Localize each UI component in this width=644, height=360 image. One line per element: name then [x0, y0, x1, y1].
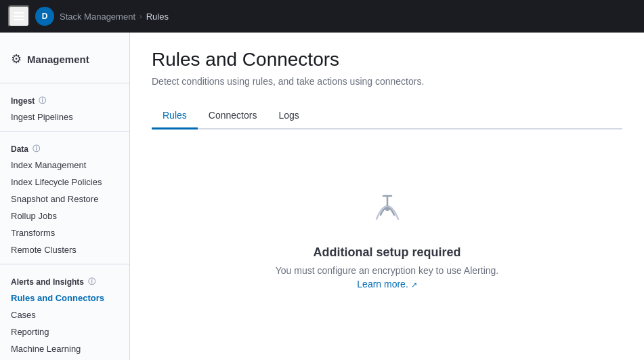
tab-rules[interactable]: Rules: [152, 103, 198, 129]
sidebar-section-ingest-label: Ingest: [11, 96, 35, 106]
sidebar-section-alerts: Alerts and Insights ⓘ: [0, 270, 129, 289]
sidebar-section-data: Data ⓘ: [0, 137, 129, 157]
ingest-info-icon: ⓘ: [39, 96, 46, 106]
breadcrumb-stack-management[interactable]: Stack Management: [60, 12, 135, 22]
sidebar-item-index-management[interactable]: Index Management: [0, 157, 129, 174]
sidebar-item-rollup-jobs[interactable]: Rollup Jobs: [0, 207, 129, 224]
page-title: Rules and Connectors: [152, 49, 622, 71]
sidebar-item-cases[interactable]: Cases: [0, 306, 129, 323]
data-info-icon: ⓘ: [33, 144, 40, 154]
page-subtitle: Detect conditions using rules, and take …: [152, 76, 622, 87]
sidebar-item-rules-connectors[interactable]: Rules and Connectors: [0, 289, 129, 306]
external-link-icon: ↗: [411, 281, 417, 289]
svg-rect-2: [14, 19, 24, 20]
tab-connectors[interactable]: Connectors: [198, 103, 268, 129]
learn-more-link[interactable]: Learn more. ↗: [357, 279, 416, 289]
sidebar-divider-1: [0, 131, 129, 132]
sidebar-item-ingest-pipelines[interactable]: Ingest Pipelines: [0, 108, 129, 125]
avatar[interactable]: D: [35, 7, 54, 26]
sidebar: ⚙ Management Ingest ⓘ Ingest Pipelines D…: [0, 33, 130, 360]
sidebar-divider-2: [0, 264, 129, 264]
sidebar-item-index-lifecycle[interactable]: Index Lifecycle Policies: [0, 174, 129, 191]
sidebar-item-reporting[interactable]: Reporting: [0, 323, 129, 340]
sidebar-section-ingest: Ingest ⓘ: [0, 89, 129, 108]
svg-rect-1: [14, 16, 24, 17]
alerts-info-icon: ⓘ: [88, 277, 95, 287]
sidebar-item-transforms[interactable]: Transforms: [0, 224, 129, 241]
hamburger-button[interactable]: [8, 5, 30, 27]
sidebar-section-data-label: Data: [11, 144, 28, 154]
breadcrumb-current: Rules: [146, 12, 169, 22]
sidebar-section-alerts-label: Alerts and Insights: [11, 277, 84, 287]
breadcrumb: Stack Management › Rules: [60, 12, 169, 22]
empty-state-title: Additional setup required: [313, 245, 460, 260]
tabs-container: Rules Connectors Logs: [152, 103, 622, 129]
sidebar-divider-top: [0, 83, 129, 83]
svg-rect-0: [14, 12, 24, 14]
empty-state: Additional setup required You must confi…: [152, 129, 622, 344]
sidebar-item-remote-clusters[interactable]: Remote Clusters: [0, 241, 129, 258]
tab-logs[interactable]: Logs: [267, 103, 309, 129]
sidebar-management-header: ⚙ Management: [0, 43, 129, 77]
breadcrumb-separator: ›: [139, 12, 142, 20]
sidebar-item-machine-learning[interactable]: Machine Learning: [0, 340, 129, 357]
main-layout: ⚙ Management Ingest ⓘ Ingest Pipelines D…: [0, 33, 644, 360]
empty-state-icon: [366, 184, 409, 235]
empty-state-description: You must configure an encryption key to …: [276, 265, 498, 276]
top-navigation: D Stack Management › Rules: [0, 0, 644, 33]
sidebar-item-snapshot-restore[interactable]: Snapshot and Restore: [0, 191, 129, 207]
gear-icon: ⚙: [11, 52, 22, 66]
sidebar-management-title: Management: [27, 54, 89, 65]
main-content: Rules and Connectors Detect conditions u…: [130, 33, 644, 360]
empty-state-learn-more-line: Learn more. ↗: [357, 279, 416, 289]
